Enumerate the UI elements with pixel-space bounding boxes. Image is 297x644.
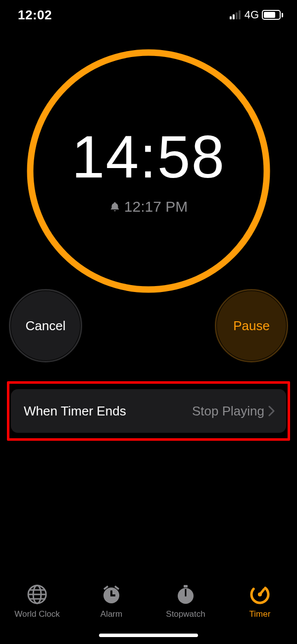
cellular-signal-icon [230,10,241,19]
svg-rect-8 [110,594,115,596]
chevron-right-icon [268,406,275,416]
svg-line-14 [260,589,264,594]
battery-icon [262,10,283,20]
when-timer-ends-value: Stop Playing [192,404,264,419]
bell-icon [109,201,120,212]
stopwatch-icon [175,584,197,605]
globe-icon [26,584,48,605]
svg-rect-10 [184,585,188,587]
tab-label: Stopwatch [166,609,205,619]
cancel-button[interactable]: Cancel [11,291,80,360]
timer-progress: 14:58 12:17 PM [26,49,271,293]
tab-alarm[interactable]: Alarm [74,584,148,619]
status-indicators: 4G [230,8,283,21]
svg-rect-11 [185,589,187,596]
timer-controls: Cancel Pause [0,291,297,370]
when-timer-ends-label: When Timer Ends [24,404,126,419]
tab-label: Alarm [100,609,122,619]
status-bar: 12:02 4G [0,0,297,30]
tab-timer[interactable]: Timer [223,584,297,619]
tab-world-clock[interactable]: World Clock [0,584,74,619]
timer-end-time-row: 12:17 PM [109,198,188,215]
timer-end-time: 12:17 PM [124,198,188,215]
tab-label: World Clock [14,609,59,619]
home-indicator[interactable] [99,634,198,637]
pause-button[interactable]: Pause [217,291,286,360]
alarm-clock-icon [100,584,122,605]
tab-label: Timer [249,609,271,619]
clock-timer-screen: 12:02 4G 14:58 12:17 [0,0,297,644]
time-remaining: 14:58 [72,127,225,186]
network-type-label: 4G [245,8,259,21]
tab-stopwatch[interactable]: Stopwatch [148,584,223,619]
status-time: 12:02 [18,7,52,23]
when-timer-ends-row[interactable]: When Timer Ends Stop Playing [11,389,286,433]
timer-icon [249,584,271,605]
